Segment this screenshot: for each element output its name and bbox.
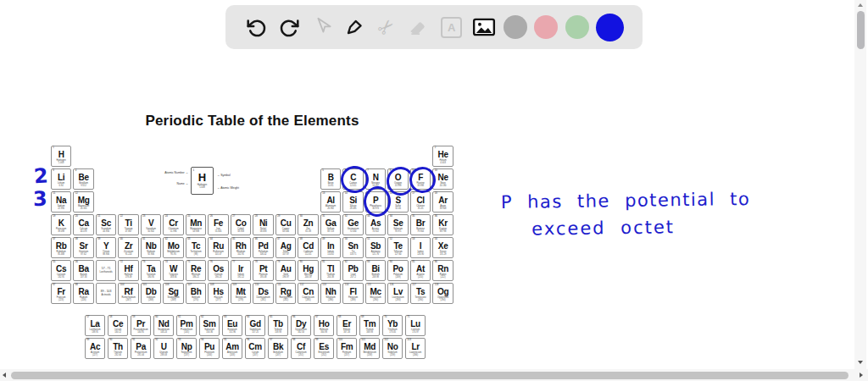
atomic-number: 100 bbox=[338, 339, 342, 341]
element-symbol: Pr bbox=[131, 319, 151, 329]
atomic-weight: (289) bbox=[343, 299, 363, 301]
eraser-tool-button[interactable] bbox=[406, 14, 431, 41]
element-symbol: Og bbox=[433, 287, 453, 296]
redo-button[interactable] bbox=[276, 14, 302, 41]
atomic-number: 97 bbox=[270, 339, 272, 341]
atomic-weight: 65.38 bbox=[298, 230, 318, 233]
element-symbol: Er bbox=[337, 319, 357, 329]
atomic-number: 33 bbox=[367, 215, 370, 218]
atomic-weight: (269) bbox=[164, 299, 183, 301]
element-symbol: Th bbox=[108, 342, 128, 351]
element-symbol: Al bbox=[321, 196, 341, 205]
atomic-weight: 192.22 bbox=[231, 276, 251, 279]
atomic-weight: (281) bbox=[253, 299, 273, 301]
element-symbol: Ge bbox=[343, 218, 363, 228]
atomic-number: 7 bbox=[367, 169, 369, 172]
element-cell-Tm: 69 Tm Thulium 168.93 bbox=[359, 315, 381, 336]
atomic-weight: (227) bbox=[86, 354, 105, 356]
atomic-weight: 58.933 bbox=[231, 230, 251, 233]
element-cell-Tc: 43 Tc Technetium (98) bbox=[186, 237, 207, 258]
handwritten-note: P has the potential to exceed octet bbox=[501, 189, 751, 240]
element-cell-Ce: 58 Ce Cerium 140.12 bbox=[108, 315, 129, 336]
element-cell-F: 9 F Fluorine 18.998 bbox=[410, 168, 431, 190]
handwritten-period-2-label: 2 bbox=[33, 163, 49, 188]
element-symbol: N bbox=[366, 173, 386, 182]
undo-button[interactable] bbox=[244, 14, 270, 41]
element-symbol: Lu bbox=[406, 319, 426, 329]
atomic-weight: 101.07 bbox=[209, 253, 228, 256]
cut-tool-button[interactable]: ✂ bbox=[374, 14, 399, 41]
element-cell-Br: 35 Br Bromine 79.904 bbox=[410, 214, 431, 235]
horizontal-scrollbar-thumb[interactable] bbox=[11, 372, 849, 379]
atomic-weight: 157.25 bbox=[246, 331, 265, 334]
atomic-weight: 168.93 bbox=[360, 331, 380, 334]
element-symbol: Se bbox=[388, 218, 408, 228]
element-cell-B: 5 B Boron 10.81 bbox=[320, 168, 342, 190]
atomic-number: 15 bbox=[367, 192, 370, 195]
atomic-number: 86 bbox=[435, 261, 437, 263]
atomic-number: 27 bbox=[232, 215, 235, 218]
scroll-right-icon[interactable] bbox=[860, 373, 863, 378]
element-symbol: F bbox=[411, 173, 431, 182]
atomic-weight: 107.87 bbox=[276, 253, 296, 256]
element-symbol: Cr bbox=[164, 218, 183, 228]
element-cell-Am: 95 Am Americium (243) bbox=[222, 338, 243, 359]
color-swatch-green[interactable] bbox=[565, 15, 589, 39]
element-name: Phosphorus bbox=[366, 205, 386, 207]
color-swatch-blue[interactable] bbox=[596, 14, 624, 41]
element-symbol: Lv bbox=[388, 287, 408, 296]
element-cell-W: 74 W Tungsten 183.84 bbox=[163, 260, 184, 281]
atomic-weight: 50.942 bbox=[142, 230, 161, 233]
element-cell-As: 33 As Arsenic 74.922 bbox=[365, 214, 387, 235]
scroll-up-icon[interactable] bbox=[858, 3, 863, 7]
atomic-number: 10 bbox=[435, 169, 437, 172]
atomic-weight: 24.305 bbox=[74, 207, 93, 210]
text-tool-button[interactable]: A bbox=[439, 14, 465, 41]
select-tool-button[interactable] bbox=[309, 14, 335, 41]
atomic-weight: 4.003 bbox=[433, 162, 453, 164]
atomic-weight: (223) bbox=[52, 299, 71, 301]
vertical-scrollbar[interactable] bbox=[854, 0, 866, 369]
atomic-weight: (222) bbox=[433, 276, 453, 279]
atomic-weight: 126.90 bbox=[411, 253, 431, 256]
horizontal-scrollbar[interactable] bbox=[0, 369, 868, 381]
element-symbol: Cl bbox=[411, 196, 431, 205]
atomic-number: 5 bbox=[322, 169, 324, 172]
element-symbol: Ne bbox=[433, 173, 453, 182]
element-cell-Db: 105 Db Dubnium (268) bbox=[141, 283, 162, 304]
element-symbol: Hs bbox=[209, 287, 228, 296]
element-cell-Pb: 82 Pb Lead 207.2 bbox=[342, 260, 364, 281]
element-cell-Ac: 89 Ac Actinium (227) bbox=[85, 338, 106, 359]
atomic-weight: 32.06 bbox=[388, 207, 408, 210]
element-symbol: Ac bbox=[86, 342, 105, 351]
element-cell-Lu: 71 Lu Lutetium 174.97 bbox=[405, 315, 426, 336]
element-symbol: Ho bbox=[314, 319, 334, 329]
atomic-weight: (270) bbox=[186, 299, 206, 301]
vertical-scrollbar-thumb[interactable] bbox=[857, 11, 865, 49]
element-symbol: C bbox=[343, 173, 363, 182]
element-cell-Es: 99 Es Einsteinium (252) bbox=[314, 338, 335, 359]
atomic-number: 60 bbox=[155, 316, 158, 318]
element-cell-Pa: 91 Pa Protactinium 231.04 bbox=[131, 338, 152, 359]
atomic-weight: 1.008 bbox=[52, 162, 71, 164]
color-swatch-gray[interactable] bbox=[504, 15, 527, 39]
element-symbol: Cd bbox=[298, 241, 318, 251]
element-cell-Rg: 111 Rg Roentgenium (282) bbox=[275, 283, 297, 304]
atomic-weight: 10.81 bbox=[321, 185, 341, 187]
image-tool-button[interactable] bbox=[471, 14, 497, 41]
atomic-weight: (278) bbox=[231, 299, 251, 301]
atomic-number: 32 bbox=[345, 215, 348, 218]
element-symbol: Ds bbox=[253, 287, 273, 296]
element-symbol: Eu bbox=[223, 319, 242, 329]
element-cell-Np: 93 Np Neptunium (237) bbox=[176, 338, 198, 359]
atomic-number: 110 bbox=[255, 284, 259, 286]
scroll-down-icon[interactable] bbox=[858, 361, 863, 364]
element-cell-Ru: 44 Ru Ruthenium 101.07 bbox=[208, 237, 229, 258]
atomic-weight: (277) bbox=[209, 299, 228, 301]
pen-tool-button[interactable] bbox=[342, 14, 367, 41]
color-swatch-pink[interactable] bbox=[534, 15, 558, 39]
atomic-weight: 40.078 bbox=[74, 230, 93, 233]
scroll-left-icon[interactable] bbox=[3, 373, 6, 378]
atomic-weight: 78.971 bbox=[388, 230, 408, 233]
atomic-number: 68 bbox=[338, 316, 341, 318]
